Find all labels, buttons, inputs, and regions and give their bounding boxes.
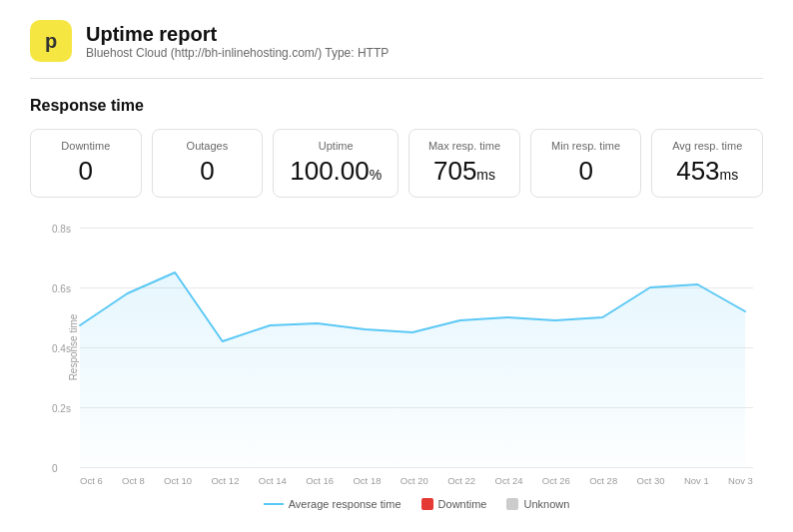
chart-legend: Average response time Downtime Unknown bbox=[80, 498, 753, 510]
page-title: Uptime report bbox=[86, 23, 389, 46]
max-resp-unit: ms bbox=[476, 167, 495, 183]
stat-label-avg-resp: Avg resp. time bbox=[668, 140, 746, 152]
y-tick-02: 0.2s bbox=[52, 403, 71, 414]
chart-container: Response time 0.8s 0.6s 0.4s 0.2s 0 bbox=[30, 218, 763, 532]
x-tick-oct8: Oct 8 bbox=[122, 475, 145, 486]
x-tick-oct18: Oct 18 bbox=[353, 475, 381, 486]
uptime-unit: % bbox=[370, 167, 382, 183]
stat-card-max-resp: Max resp. time 705ms bbox=[408, 129, 520, 198]
logo: p bbox=[30, 20, 72, 62]
stat-label-min-resp: Min resp. time bbox=[547, 140, 625, 152]
y-tick-08: 0.8s bbox=[52, 224, 71, 235]
stat-label-outages: Outages bbox=[169, 140, 247, 152]
stat-label-max-resp: Max resp. time bbox=[425, 140, 503, 152]
legend-unknown: Unknown bbox=[506, 498, 569, 510]
x-tick-oct30: Oct 30 bbox=[637, 475, 665, 486]
x-tick-oct6: Oct 6 bbox=[80, 475, 103, 486]
legend-unknown-label: Unknown bbox=[523, 498, 569, 510]
header-text: Uptime report Bluehost Cloud (http://bh-… bbox=[86, 23, 389, 60]
logo-letter: p bbox=[45, 30, 57, 53]
stat-value-downtime: 0 bbox=[47, 156, 125, 187]
page-subtitle: Bluehost Cloud (http://bh-inlinehosting.… bbox=[86, 46, 389, 60]
stat-card-downtime: Downtime 0 bbox=[30, 129, 142, 198]
legend-downtime: Downtime bbox=[421, 498, 487, 510]
response-time-chart bbox=[80, 228, 753, 467]
stat-card-outages: Outages 0 bbox=[152, 129, 264, 198]
x-tick-oct16: Oct 16 bbox=[306, 475, 334, 486]
stat-value-min-resp: 0 bbox=[547, 156, 625, 187]
header: p Uptime report Bluehost Cloud (http://b… bbox=[30, 20, 763, 79]
stat-card-min-resp: Min resp. time 0 bbox=[530, 129, 642, 198]
x-tick-oct26: Oct 26 bbox=[542, 475, 570, 486]
x-tick-oct28: Oct 28 bbox=[589, 475, 617, 486]
stat-label-downtime: Downtime bbox=[47, 140, 125, 152]
legend-avg-label: Average response time bbox=[289, 498, 401, 510]
stats-row: Downtime 0 Outages 0 Uptime 100.00% Max … bbox=[30, 129, 763, 198]
chart-area: Response time 0.8s 0.6s 0.4s 0.2s 0 bbox=[80, 228, 753, 467]
stat-card-avg-resp: Avg resp. time 453ms bbox=[651, 129, 763, 198]
x-axis: Oct 6 Oct 8 Oct 10 Oct 12 Oct 14 Oct 16 … bbox=[80, 475, 753, 486]
stat-value-outages: 0 bbox=[169, 156, 247, 187]
x-tick-oct12: Oct 12 bbox=[211, 475, 239, 486]
x-tick-oct22: Oct 22 bbox=[447, 475, 475, 486]
y-tick-0: 0 bbox=[52, 463, 58, 474]
legend-avg-line bbox=[264, 503, 284, 505]
y-tick-06: 0.6s bbox=[52, 283, 71, 294]
legend-unknown-dot bbox=[506, 498, 518, 510]
stat-value-uptime: 100.00% bbox=[290, 156, 382, 187]
section-title: Response time bbox=[30, 97, 763, 115]
x-tick-nov3: Nov 3 bbox=[728, 475, 753, 486]
grid-line-0: 0 bbox=[80, 467, 753, 468]
x-tick-oct20: Oct 20 bbox=[400, 475, 428, 486]
avg-resp-unit: ms bbox=[720, 167, 739, 183]
x-tick-nov1: Nov 1 bbox=[684, 475, 709, 486]
stat-value-avg-resp: 453ms bbox=[668, 156, 746, 187]
x-tick-oct10: Oct 10 bbox=[164, 475, 192, 486]
stat-card-uptime: Uptime 100.00% bbox=[273, 129, 398, 198]
stat-value-max-resp: 705ms bbox=[425, 156, 503, 187]
x-tick-oct24: Oct 24 bbox=[495, 475, 523, 486]
stat-label-uptime: Uptime bbox=[290, 140, 382, 152]
legend-downtime-dot bbox=[421, 498, 433, 510]
legend-downtime-label: Downtime bbox=[438, 498, 487, 510]
legend-avg: Average response time bbox=[264, 498, 401, 510]
y-tick-04: 0.4s bbox=[52, 343, 71, 354]
x-tick-oct14: Oct 14 bbox=[259, 475, 287, 486]
